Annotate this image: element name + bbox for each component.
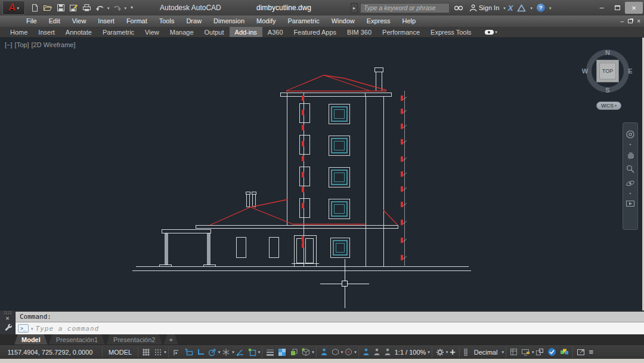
autoscale-icon[interactable]: [330, 346, 341, 359]
a360-chevron-icon[interactable]: ▾: [530, 6, 532, 10]
help-button[interactable]: ?: [535, 4, 547, 12]
nav-orbit-chevron-icon[interactable]: ▾: [629, 192, 631, 195]
tab-insert[interactable]: Insert: [33, 27, 60, 37]
annotation-monitor-person-icon[interactable]: [371, 346, 382, 359]
tab-featured-apps[interactable]: Featured Apps: [289, 27, 342, 37]
annotation-scale-value[interactable]: 1:1 / 100%: [393, 346, 428, 359]
menu-item-draw[interactable]: Draw: [180, 16, 208, 27]
tab-home[interactable]: Home: [5, 27, 33, 37]
menu-item-express[interactable]: Express: [361, 16, 397, 27]
menu-item-dimension[interactable]: Dimension: [208, 16, 250, 27]
units-chevron-icon[interactable]: ▾: [501, 350, 504, 354]
doc-close-button[interactable]: ×: [637, 18, 640, 24]
nav-zoom-button[interactable]: [625, 164, 636, 174]
isolate-objects-icon[interactable]: [534, 346, 546, 359]
infocenter-toggle-button[interactable]: ▸: [351, 3, 358, 13]
command-prompt-chevron-icon[interactable]: ▾: [31, 327, 33, 331]
annotation-visibility-icon[interactable]: [318, 346, 330, 359]
hardware-acceleration-icon[interactable]: [558, 346, 571, 359]
units-icon[interactable]: [462, 346, 470, 359]
isometric-drafting-icon[interactable]: [220, 346, 232, 359]
selection-filter-person-icon[interactable]: [382, 346, 393, 359]
annotation-scale-sync-chevron-icon[interactable]: ▾: [354, 350, 357, 354]
menu-item-edit[interactable]: Edit: [43, 16, 66, 27]
doc-minimize-button[interactable]: –: [621, 18, 624, 24]
tab-express-tools[interactable]: Express Tools: [425, 27, 476, 37]
command-customize-button[interactable]: [4, 322, 12, 333]
compass-north[interactable]: N: [605, 49, 610, 56]
save-as-button[interactable]: [68, 2, 79, 14]
tab-parametric[interactable]: Parametric: [97, 27, 140, 37]
tab-bim-360[interactable]: BIM 360: [342, 27, 377, 37]
plot-button[interactable]: [81, 2, 92, 14]
3dosnap-chevron-icon[interactable]: ▾: [312, 350, 314, 354]
tab-output[interactable]: Output: [199, 27, 230, 37]
annotation-scale-sync-icon[interactable]: [343, 346, 354, 359]
doc-restore-button[interactable]: [628, 19, 633, 23]
menu-item-parametric[interactable]: Parametric: [281, 16, 325, 27]
window-close-button[interactable]: ×: [625, 2, 643, 14]
command-close-button[interactable]: ×: [5, 314, 9, 322]
clean-screen-icon[interactable]: [575, 346, 587, 359]
redo-dropdown-chevron-icon[interactable]: ▾: [125, 6, 127, 10]
save-button[interactable]: [55, 2, 66, 14]
menu-item-format[interactable]: Format: [120, 16, 153, 27]
menu-item-file[interactable]: File: [20, 16, 43, 27]
tab-performance[interactable]: Performance: [377, 27, 425, 37]
new-file-button[interactable]: [29, 2, 40, 14]
annotation-monitor-icon[interactable]: +: [448, 346, 457, 359]
menu-item-view[interactable]: View: [66, 16, 92, 27]
compass-east[interactable]: E: [628, 67, 632, 75]
tab-presentacion2[interactable]: Presentación2: [106, 334, 162, 344]
osnap-chevron-icon[interactable]: ▾: [258, 350, 261, 354]
sign-in-chevron-icon[interactable]: ▾: [503, 6, 506, 10]
selection-cycling-icon[interactable]: [288, 346, 300, 359]
a360-button[interactable]: [515, 4, 528, 12]
help-chevron-icon[interactable]: ▾: [549, 6, 552, 10]
new-layout-button[interactable]: +: [163, 334, 178, 344]
sign-in-button[interactable]: Sign In: [467, 4, 501, 12]
dynamic-input-icon[interactable]: [182, 346, 195, 359]
workspace-person-icon[interactable]: [361, 346, 371, 359]
tab-manage[interactable]: Manage: [165, 27, 199, 37]
compass-west[interactable]: W: [582, 67, 588, 75]
menu-item-window[interactable]: Window: [326, 16, 361, 27]
tab-a360[interactable]: A360: [262, 27, 289, 37]
grid-display-icon[interactable]: [140, 346, 152, 359]
application-menu-button[interactable]: A ▾: [2, 1, 25, 15]
redo-button[interactable]: [112, 2, 123, 14]
menu-item-insert[interactable]: Insert: [92, 16, 120, 27]
units-value[interactable]: Decimal: [470, 346, 502, 359]
tab-add-ins[interactable]: Add-ins: [230, 27, 262, 37]
command-input-row[interactable]: >_ ▾ Type a command: [16, 322, 644, 334]
customization-menu-button[interactable]: ≡: [587, 346, 596, 359]
tab-presentacion1[interactable]: Presentación1: [49, 334, 105, 344]
nav-wheel-chevron-icon[interactable]: ▾: [629, 143, 631, 146]
undo-dropdown-chevron-icon[interactable]: ▾: [107, 6, 110, 10]
viewcube[interactable]: N W E S TOP: [578, 45, 637, 100]
tab-annotate[interactable]: Annotate: [60, 27, 97, 37]
menu-item-modify[interactable]: Modify: [250, 16, 281, 27]
workspace-switching-gear-icon[interactable]: [434, 346, 446, 359]
menu-item-help[interactable]: Help: [397, 16, 422, 27]
lock-ui-icon[interactable]: [519, 346, 532, 359]
qat-customize-button[interactable]: ▾: [131, 5, 133, 10]
quick-properties-icon[interactable]: [508, 346, 519, 359]
window-maximize-button[interactable]: [609, 2, 625, 14]
viewcube-face-top[interactable]: TOP: [596, 60, 619, 82]
open-file-button[interactable]: [42, 2, 53, 14]
infer-constraints-icon[interactable]: [171, 346, 182, 359]
nav-wheel-button[interactable]: [625, 129, 636, 140]
transparency-icon[interactable]: [276, 346, 288, 359]
object-snap-tracking-icon[interactable]: [234, 346, 246, 359]
nav-orbit-button[interactable]: [625, 178, 636, 189]
tab-view[interactable]: View: [140, 27, 165, 37]
graphics-performance-icon[interactable]: [546, 346, 558, 359]
tab-model[interactable]: Model: [14, 334, 48, 344]
search-button[interactable]: [452, 4, 465, 12]
menu-item-tools[interactable]: Tools: [153, 16, 181, 27]
3d-object-snap-icon[interactable]: [300, 346, 312, 359]
polar-tracking-icon[interactable]: [206, 346, 218, 359]
command-input[interactable]: Type a command: [36, 325, 100, 333]
exchange-apps-button[interactable]: X: [508, 4, 513, 13]
